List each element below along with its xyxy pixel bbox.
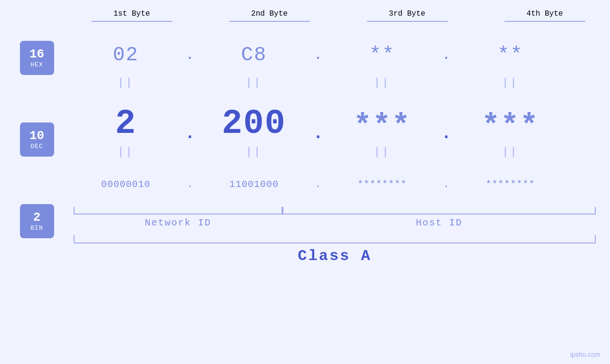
bin-badge-number: 2	[33, 211, 41, 224]
dec-b2-cell: 200	[202, 104, 306, 143]
byte4-label: 4th Byte	[526, 9, 563, 18]
host-id-label: Host ID	[282, 217, 596, 228]
byte4-header: 4th Byte	[493, 9, 597, 22]
equals-row-2: || || || ||	[74, 143, 596, 160]
bin-sep3: .	[434, 179, 458, 190]
class-bracket	[74, 235, 596, 243]
dec-badge-label: DEC	[30, 143, 43, 150]
bin-row: 00000010 . 11001000 . ******** . *******…	[74, 165, 596, 203]
dec-b3-cell: ***	[330, 109, 434, 143]
dec-b4-cell: ***	[458, 109, 563, 143]
bin-sep1: .	[178, 179, 202, 190]
hex-badge-label: HEX	[30, 61, 43, 68]
bin-b3-cell: ********	[330, 179, 434, 190]
main-container: 1st Byte 2nd Byte 3rd Byte 4th Byte 16 H…	[0, 0, 610, 364]
network-bracket	[74, 207, 282, 215]
hex-badge: 16 HEX	[20, 41, 54, 75]
hex-b3-value: **	[369, 44, 395, 66]
byte1-header: 1st Byte	[80, 9, 184, 22]
bin-b2-cell: 11001000	[202, 179, 306, 190]
dec-b2-value: 200	[222, 104, 286, 143]
eq2-b1: ||	[74, 146, 178, 158]
eq1-b3: ||	[330, 77, 434, 89]
eq2-b3: ||	[330, 146, 434, 158]
bin-b4-cell: ********	[458, 179, 563, 190]
eq2-b4: ||	[458, 146, 563, 158]
byte2-label: 2nd Byte	[251, 9, 288, 18]
hex-b1-value: 02	[113, 44, 139, 66]
dec-b1-value: 2	[115, 104, 136, 143]
bin-sep2: .	[306, 179, 330, 190]
bin-b1-value: 00000010	[101, 179, 150, 190]
hex-b2-value: C8	[241, 44, 267, 66]
watermark: ipshu.com	[570, 351, 601, 358]
class-label: Class A	[74, 247, 596, 265]
byte3-header: 3rd Byte	[355, 9, 460, 22]
dec-sep3: .	[434, 110, 458, 143]
bin-badge-label: BIN	[30, 224, 43, 232]
byte3-label: 3rd Byte	[389, 9, 425, 18]
hex-b2-cell: C8	[202, 44, 306, 66]
dec-row: 2 . 200 . *** . ***	[74, 96, 596, 143]
dec-b4-value: ***	[481, 109, 539, 143]
dec-badge: 10 DEC	[20, 122, 54, 157]
hex-sep2: .	[306, 48, 330, 63]
bin-b3-value: ********	[357, 179, 407, 190]
label-row: Network ID Host ID	[74, 217, 596, 228]
bin-b4-value: ********	[486, 179, 535, 190]
eq2-b2: ||	[202, 146, 306, 158]
hex-badge-number: 16	[29, 47, 44, 61]
bottom-bracket-row	[74, 207, 596, 215]
byte2-header: 2nd Byte	[217, 9, 322, 22]
bin-badge: 2 BIN	[20, 204, 54, 238]
host-bracket	[282, 207, 596, 215]
hex-b3-cell: **	[330, 44, 434, 66]
hex-b1-cell: 02	[74, 44, 178, 66]
bottom-bracket-area: Network ID Host ID	[74, 207, 596, 228]
eq1-b2: ||	[202, 77, 306, 89]
class-area: Class A	[74, 235, 596, 265]
eq1-b1: ||	[74, 77, 178, 89]
hex-sep3: .	[434, 48, 458, 63]
byte1-label: 1st Byte	[113, 9, 150, 18]
badges-column: 16 HEX 10 DEC 2 BIN	[0, 41, 64, 238]
hex-b4-value: **	[497, 44, 523, 66]
dec-badge-number: 10	[29, 129, 44, 143]
network-id-label: Network ID	[74, 217, 282, 228]
dec-b1-cell: 2	[74, 104, 178, 143]
dec-sep2: .	[306, 110, 330, 143]
eq1-b4: ||	[458, 77, 563, 89]
header-row: 1st Byte 2nd Byte 3rd Byte 4th Byte	[77, 9, 600, 22]
data-grid: 02 . C8 . ** . ** || ||	[74, 27, 596, 265]
hex-sep1: .	[178, 48, 202, 63]
equals-row-1: || || || ||	[74, 74, 596, 91]
content-area: 16 HEX 10 DEC 2 BIN 02 . C8	[0, 22, 610, 265]
dec-sep1: .	[178, 110, 202, 143]
bin-b1-cell: 00000010	[74, 179, 178, 190]
bin-b2-value: 11001000	[229, 179, 279, 190]
dec-b3-value: ***	[353, 109, 411, 143]
hex-b4-cell: **	[458, 44, 563, 66]
hex-row: 02 . C8 . ** . **	[74, 36, 596, 74]
